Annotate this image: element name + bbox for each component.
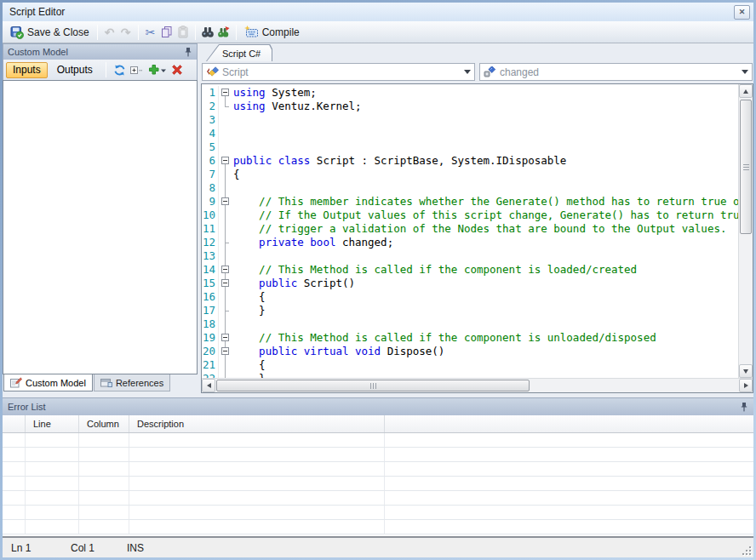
code-line[interactable]: 21 { bbox=[202, 358, 738, 372]
cut-button[interactable]: ✂ bbox=[143, 25, 158, 39]
pin-button[interactable] bbox=[184, 48, 192, 57]
fold-margin[interactable] bbox=[218, 154, 231, 168]
fold-collapse-icon[interactable] bbox=[221, 334, 229, 341]
error-row[interactable] bbox=[3, 520, 753, 534]
paste-button[interactable] bbox=[175, 25, 191, 39]
undo-icon: ↶ bbox=[105, 26, 115, 38]
fold-margin[interactable] bbox=[218, 345, 231, 358]
code-line[interactable]: 15 public Script() bbox=[202, 277, 738, 290]
code-line[interactable]: 1using System; bbox=[202, 86, 738, 100]
tab-references[interactable]: References bbox=[94, 374, 170, 391]
line-number: 7 bbox=[202, 168, 218, 181]
member-combobox[interactable]: changed bbox=[479, 63, 753, 81]
scroll-up-button[interactable] bbox=[739, 84, 753, 98]
fold-margin[interactable] bbox=[218, 277, 231, 290]
code-line[interactable]: 2using Ventuz.Kernel; bbox=[202, 100, 738, 113]
find-button[interactable] bbox=[200, 25, 215, 39]
fold-collapse-icon[interactable] bbox=[221, 266, 229, 273]
error-row[interactable] bbox=[3, 462, 753, 477]
column-header-filler bbox=[385, 415, 753, 432]
horizontal-scroll-thumb[interactable] bbox=[216, 380, 530, 391]
vertical-scrollbar[interactable] bbox=[738, 84, 753, 378]
titlebar[interactable]: Script Editor ✕ bbox=[3, 3, 753, 21]
code-line[interactable]: 16 { bbox=[202, 290, 738, 304]
fold-margin[interactable] bbox=[218, 195, 231, 209]
tab-custom-model[interactable]: Custom Model bbox=[3, 374, 93, 391]
fold-collapse-icon[interactable] bbox=[221, 197, 229, 205]
type-combobox[interactable]: Script bbox=[202, 63, 475, 81]
code-line[interactable]: 8 bbox=[202, 181, 738, 195]
error-row[interactable] bbox=[3, 506, 753, 520]
code-line[interactable]: 4 bbox=[202, 127, 738, 140]
error-row[interactable] bbox=[3, 448, 753, 462]
code-line[interactable]: 19 // This Method is called if the compo… bbox=[202, 331, 738, 345]
code-line[interactable]: 10 // If the Output values of this scrip… bbox=[202, 209, 738, 222]
navigation-bar: Script changed bbox=[201, 61, 753, 83]
paste-icon bbox=[177, 26, 189, 38]
scroll-left-button[interactable] bbox=[202, 379, 215, 392]
fold-margin[interactable] bbox=[218, 263, 231, 277]
fold-margin[interactable] bbox=[218, 86, 231, 100]
fold-margin bbox=[218, 113, 231, 127]
code-line[interactable]: 9 // This member indicates whether the G… bbox=[202, 195, 738, 209]
expand-all-button[interactable] bbox=[129, 63, 144, 77]
column-header-line[interactable]: Line bbox=[26, 415, 79, 432]
code-line[interactable]: 13 bbox=[202, 249, 738, 263]
undo-button[interactable]: ↶ bbox=[102, 25, 117, 39]
close-button[interactable]: ✕ bbox=[734, 5, 750, 20]
code-line[interactable]: 22 } bbox=[202, 372, 738, 378]
scroll-down-button[interactable] bbox=[739, 364, 753, 378]
column-header-column[interactable]: Column bbox=[79, 415, 129, 432]
line-number: 20 bbox=[202, 345, 218, 358]
error-cell bbox=[3, 477, 26, 490]
fold-margin bbox=[218, 140, 231, 154]
refresh-button[interactable] bbox=[112, 63, 127, 77]
save-close-button[interactable]: Save & Close bbox=[7, 24, 93, 41]
left-arrow-icon bbox=[204, 383, 211, 388]
tab-script-cs[interactable]: Script C# bbox=[207, 45, 272, 61]
custom-model-content[interactable] bbox=[3, 80, 198, 374]
status-bar: Ln 1 Col 1 INS bbox=[3, 536, 753, 557]
code-line[interactable]: 14 // This Method is called if the compo… bbox=[202, 263, 738, 277]
add-property-button[interactable] bbox=[146, 63, 168, 77]
tab-outputs[interactable]: Outputs bbox=[50, 62, 100, 78]
column-header-selector[interactable] bbox=[3, 415, 26, 432]
replace-button[interactable] bbox=[216, 25, 232, 39]
cut-icon: ✂ bbox=[146, 26, 156, 38]
resize-grip[interactable] bbox=[741, 545, 751, 555]
column-header-description[interactable]: Description bbox=[129, 415, 385, 432]
code-line[interactable]: 18 bbox=[202, 317, 738, 331]
error-cell bbox=[26, 520, 79, 534]
code-text: // This member indicates whether the Gen… bbox=[231, 195, 738, 209]
code-line[interactable]: 11 // trigger a validation of the Nodes … bbox=[202, 222, 738, 236]
delete-property-button[interactable] bbox=[170, 63, 185, 77]
scroll-right-button[interactable] bbox=[739, 379, 753, 392]
redo-button[interactable]: ↷ bbox=[118, 25, 134, 39]
fold-collapse-icon[interactable] bbox=[221, 279, 229, 287]
vertical-scroll-thumb[interactable] bbox=[740, 100, 752, 234]
code-view[interactable]: 1using System;2using Ventuz.Kernel;3456p… bbox=[202, 84, 753, 378]
code-line[interactable]: 7{ bbox=[202, 168, 738, 181]
copy-icon bbox=[160, 26, 173, 38]
error-row[interactable] bbox=[3, 491, 753, 506]
code-line[interactable]: 12 private bool changed; bbox=[202, 236, 738, 249]
tab-inputs[interactable]: Inputs bbox=[6, 62, 48, 78]
fold-margin[interactable] bbox=[218, 331, 231, 345]
copy-button[interactable] bbox=[159, 25, 175, 39]
horizontal-scrollbar[interactable] bbox=[202, 378, 753, 392]
code-line[interactable]: 17 } bbox=[202, 304, 738, 317]
error-row[interactable] bbox=[3, 477, 753, 491]
pin-button[interactable] bbox=[740, 403, 748, 412]
code-line[interactable]: 5 bbox=[202, 140, 738, 154]
compile-button[interactable]: Compile bbox=[241, 24, 303, 40]
code-text: public Script() bbox=[231, 277, 355, 290]
fold-collapse-icon[interactable] bbox=[221, 89, 229, 96]
fold-collapse-icon[interactable] bbox=[221, 157, 229, 164]
error-cell bbox=[129, 491, 385, 505]
code-line[interactable]: 20 public virtual void Dispose() bbox=[202, 345, 738, 358]
code-line[interactable]: 6public class Script : ScriptBase, Syste… bbox=[202, 154, 738, 168]
error-row[interactable] bbox=[3, 433, 753, 448]
code-text: // trigger a validation of the Nodes tha… bbox=[231, 222, 726, 236]
code-line[interactable]: 3 bbox=[202, 113, 738, 127]
fold-collapse-icon[interactable] bbox=[221, 347, 229, 355]
